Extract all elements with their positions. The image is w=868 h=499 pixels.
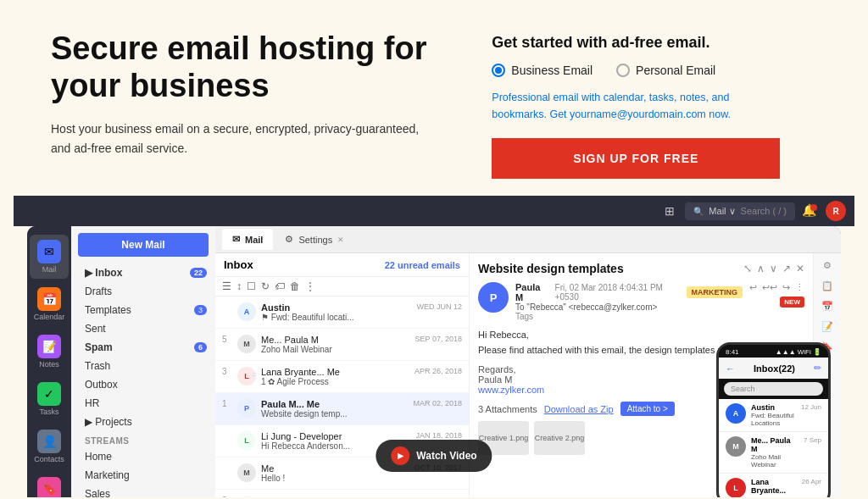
phone-mail-content: Lana Bryante... <box>751 478 797 497</box>
detail-actions: ⤡ ∧ ∨ ↗ ✕ <box>743 263 804 274</box>
hero-subtitle: Host your business email on a secure, en… <box>51 119 424 158</box>
phone-date: 7 Sep <box>804 436 821 469</box>
settings-tab-label: Settings <box>298 235 332 245</box>
sidebar-item-bookmarks[interactable]: 🔖 Bookmarks <box>30 472 69 497</box>
item-content: Patricia Boyle... Me Beta release of app… <box>261 496 409 497</box>
phone-mail-item[interactable]: A Austin Fwd: Beautiful Locations 12 Jun <box>719 399 828 432</box>
notes-icon: 📝 <box>37 335 61 358</box>
sent-nav-item[interactable]: Sent <box>71 319 215 338</box>
rpt-icon-1[interactable]: ⚙ <box>819 257 836 274</box>
download-zip-link[interactable]: Download as Zip <box>544 404 614 414</box>
templates-nav-item[interactable]: Templates 3 <box>71 301 215 319</box>
sender-to: To "Rebecca" <rebecca@zylker.com> <box>515 302 743 312</box>
sender-tag: MARKETING <box>687 286 743 298</box>
settings-tab-icon: ⚙ <box>285 234 293 245</box>
sales-label: Sales <box>85 488 110 497</box>
mail-toolbar: ☰ ↕ ☐ ↻ 🏷 🗑 ⋮ <box>215 277 469 297</box>
delete-icon[interactable]: 🗑 <box>290 280 300 292</box>
item-date: JAN 18, 2018 <box>415 431 462 440</box>
notes-nav-label: Notes <box>39 360 59 369</box>
sidebar-item-notes[interactable]: 📝 Notes <box>30 330 69 374</box>
item-subject: 1 ✿ Agile Process <box>261 377 409 386</box>
phone-back-btn[interactable]: ← <box>726 363 735 374</box>
business-email-option[interactable]: Business Email <box>492 64 593 77</box>
popout-icon[interactable]: ↗ <box>782 263 791 274</box>
mail-item[interactable]: 3 L Lana Bryante... Me 1 ✿ Agile Process… <box>215 361 469 393</box>
mail-tab-label: Mail <box>245 235 263 245</box>
hero-description: Professional email with calendar, tasks,… <box>492 89 780 123</box>
detail-subject: Website design templates <box>478 262 624 275</box>
close-detail-icon[interactable]: ✕ <box>796 263 804 274</box>
grid-icon[interactable]: ⊞ <box>661 201 678 221</box>
sales-stream-item[interactable]: Sales <box>71 485 215 497</box>
user-avatar[interactable]: R <box>826 201 846 221</box>
personal-email-radio[interactable] <box>616 64 630 77</box>
mail-item[interactable]: A Austin ⚑ Fwd: Beautiful locati... WED … <box>215 297 469 329</box>
phone-from: Austin <box>751 403 796 412</box>
expand-icon[interactable]: ⤡ <box>743 263 752 274</box>
sort-icon[interactable]: ↕ <box>236 280 242 292</box>
inbox-nav-item[interactable]: ▶ Inbox 22 <box>71 263 215 282</box>
tab-mail[interactable]: ✉ Mail <box>222 229 273 250</box>
next-icon[interactable]: ∨ <box>770 263 777 274</box>
sidebar-item-contacts[interactable]: 👤 Contacts <box>30 424 69 469</box>
phone-compose-btn[interactable]: ✏ <box>814 363 821 374</box>
signup-button[interactable]: SIGN UP FOR FREE <box>492 138 780 179</box>
forward-icon[interactable]: ↪ <box>782 282 790 293</box>
select-icon[interactable]: ☐ <box>247 280 256 292</box>
attach-to-button[interactable]: Attach to > <box>620 402 675 416</box>
hr-nav-item[interactable]: HR <box>71 394 215 413</box>
reply-icon[interactable]: ↩ <box>749 282 757 293</box>
inbox-label: ▶ Inbox <box>85 267 122 279</box>
mail-item[interactable]: 1 P Paula M... Me Website design temp...… <box>215 393 469 425</box>
reply-all-icon[interactable]: ↩↩ <box>762 282 777 293</box>
personal-email-option[interactable]: Personal Email <box>616 64 715 77</box>
settings-tab-close[interactable]: ✕ <box>337 236 344 244</box>
mail-item[interactable]: 5 M Me... Paula M Zoho Mail Webinar SEP … <box>215 329 469 361</box>
trash-nav-item[interactable]: Trash <box>71 357 215 375</box>
search-placeholder: Search ( / ) <box>741 206 787 216</box>
rpt-icon-3[interactable]: 📅 <box>819 297 836 314</box>
new-mail-button[interactable]: New Mail <box>78 233 209 257</box>
to-address: "Rebecca" <rebecca@zylker.com> <box>526 302 657 312</box>
tab-settings[interactable]: ⚙ Settings ✕ <box>275 229 354 250</box>
item-date: APR 26, 2018 <box>415 367 462 375</box>
tag-icon[interactable]: 🏷 <box>275 280 285 292</box>
to-label: To <box>515 302 525 312</box>
search-bar[interactable]: 🔍 Mail ∨ Search ( / ) <box>685 202 795 220</box>
outbox-nav-item[interactable]: Outbox <box>71 375 215 394</box>
phone-mail-content: Austin Fwd: Beautiful Locations <box>751 403 796 427</box>
prev-icon[interactable]: ∧ <box>757 263 765 274</box>
sidebar-item-tasks[interactable]: ✓ Tasks <box>30 377 69 421</box>
filter-icon[interactable]: ☰ <box>222 280 231 292</box>
sidebar-item-mail[interactable]: ✉ Mail <box>30 235 69 279</box>
item-avatar: P <box>237 399 256 418</box>
home-stream-item[interactable]: Home <box>71 447 215 466</box>
marketing-stream-item[interactable]: Marketing <box>71 466 215 485</box>
sender-name: Paula M <box>515 282 548 302</box>
item-from: Austin <box>261 302 411 313</box>
tasks-nav-label: Tasks <box>39 408 58 416</box>
sender-info: Paula M Fri, 02 Mar 2018 4:04:31 PM +053… <box>515 282 743 321</box>
business-email-radio[interactable] <box>492 64 505 77</box>
rpt-icon-2[interactable]: 📋 <box>819 277 836 294</box>
projects-nav-item[interactable]: ▶ Projects <box>71 413 215 431</box>
notification-bell[interactable]: 🔔 <box>802 202 819 219</box>
sender-avatar: P <box>478 282 509 313</box>
refresh-icon[interactable]: ↻ <box>261 280 270 292</box>
item-avatar: P <box>237 496 256 497</box>
more-detail-icon[interactable]: ⋮ <box>795 282 804 293</box>
rpt-icon-4[interactable]: 📝 <box>819 318 836 335</box>
drafts-nav-item[interactable]: Drafts <box>71 282 215 301</box>
inbox-title: Inbox <box>224 258 253 271</box>
spam-nav-item[interactable]: Spam 6 <box>71 338 215 357</box>
more-icon[interactable]: ⋮ <box>305 280 315 292</box>
sidebar-item-calendar[interactable]: 📅 Calendar <box>30 282 69 326</box>
phone-search[interactable]: Search <box>724 382 823 396</box>
phone-mail-item[interactable]: L Lana Bryante... 26 Apr <box>719 474 828 497</box>
mail-item[interactable]: 3 P Patricia Boyle... Me Beta release of… <box>215 490 469 497</box>
mail-sidebar: New Mail ▶ Inbox 22 Drafts Templates 3 S… <box>71 226 215 497</box>
watch-video-button[interactable]: ▶ Watch Video <box>376 440 492 472</box>
notification-dot <box>810 204 817 211</box>
phone-mail-item[interactable]: M Me... Paula M Zoho Mail Webinar 7 Sep <box>719 432 828 474</box>
